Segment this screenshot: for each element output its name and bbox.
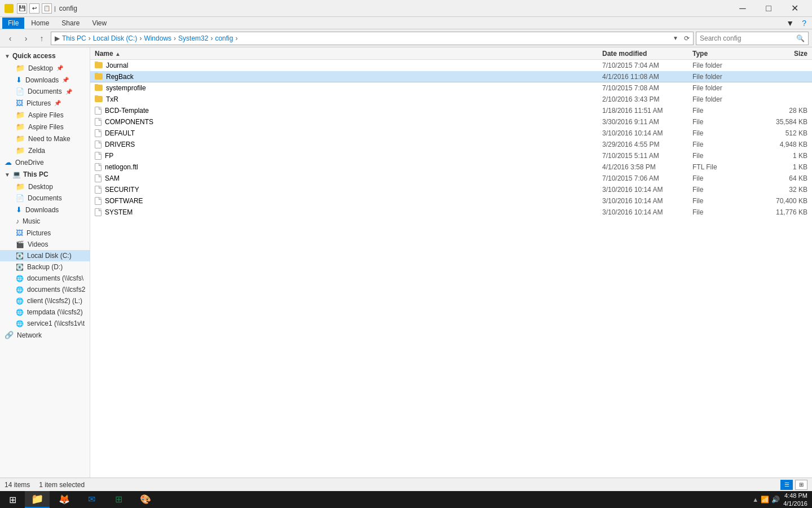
network-label: Network [17, 331, 42, 339]
file-icon [95, 163, 102, 171]
refresh-button[interactable]: ⟳ [684, 34, 690, 42]
maximize-button[interactable]: □ [756, 0, 782, 17]
sidebar-item-label: documents (\\lcsfs\ [27, 274, 83, 282]
help-btn[interactable]: ? [798, 19, 810, 28]
paint-icon: 🎨 [140, 494, 151, 505]
sidebar-item-downloads-quick[interactable]: ⬇ Downloads 📌 [0, 74, 90, 86]
properties-quick-btn[interactable]: 📋 [42, 3, 52, 14]
sidebar-item-pictures-pc[interactable]: 🖼 Pictures [0, 227, 90, 239]
col-header-type[interactable]: Type [688, 50, 756, 58]
main-layout: ▼ Quick access 📁 Desktop 📌 ⬇ Downloads 📌… [0, 47, 812, 478]
table-row[interactable]: FP 7/10/2015 5:11 AM File 1 KB [90, 150, 812, 161]
drive-icon: 💽 [16, 264, 24, 271]
back-button[interactable]: ‹ [3, 32, 17, 45]
crumb-windows[interactable]: Windows [144, 34, 171, 42]
address-bar: ‹ › ↑ ▶ This PC › Local Disk (C:) › Wind… [0, 29, 812, 47]
table-row[interactable]: BCD-Template 1/18/2016 11:51 AM File 28 … [90, 105, 812, 116]
sidebar-item-downloads-pc[interactable]: ⬇ Downloads [0, 204, 90, 216]
address-dropdown-arrow[interactable]: ▶ [55, 34, 60, 42]
sidebar-item-label: client (\\lcsfs2) (L:) [27, 297, 82, 305]
table-row[interactable]: SYSTEM 3/10/2016 10:14 AM File 11,776 KB [90, 207, 812, 218]
sidebar-item-tempdata-share[interactable]: 🌐 tempdata (\\lcsfs2) [0, 306, 90, 318]
sidebar-item-music[interactable]: ♪ Music [0, 216, 90, 227]
sidebar-item-label: Pictures [27, 99, 51, 107]
sidebar-item-videos[interactable]: 🎬 Videos [0, 239, 90, 250]
table-row[interactable]: systemprofile 7/10/2015 7:08 AM File fol… [90, 82, 812, 94]
taskbar-app-outlook[interactable]: ✉ [79, 491, 104, 508]
tab-share[interactable]: Share [56, 17, 85, 29]
sidebar-item-aspire1[interactable]: 📁 Aspire Files [0, 109, 90, 121]
sidebar-item-local-disk[interactable]: 💽 Local Disk (C:) [0, 250, 90, 261]
sidebar-item-documents-share1[interactable]: 🌐 documents (\\lcsfs\ [0, 273, 90, 284]
tab-file[interactable]: File [2, 17, 24, 29]
save-quick-btn[interactable]: 💾 [17, 3, 27, 14]
table-row[interactable]: netlogon.ftl 4/1/2016 3:58 PM FTL File 1… [90, 161, 812, 173]
sidebar-item-desktop-quick[interactable]: 📁 Desktop 📌 [0, 62, 90, 74]
col-header-name[interactable]: Name ▲ [90, 50, 598, 58]
sidebar-item-documents-quick[interactable]: 📄 Documents 📌 [0, 86, 90, 97]
sidebar-item-pictures-quick[interactable]: 🖼 Pictures 📌 [0, 97, 90, 109]
desktop-folder-icon: 📁 [16, 64, 25, 72]
details-view-btn[interactable]: ☰ [780, 480, 793, 490]
sidebar-item-aspire2[interactable]: 📁 Aspire Files [0, 121, 90, 133]
start-button[interactable]: ⊞ [2, 491, 23, 508]
sidebar-item-service1-share[interactable]: 🌐 service1 (\\lcsfs1v\t [0, 318, 90, 329]
table-row[interactable]: SAM 7/10/2015 7:06 AM File 64 KB [90, 173, 812, 184]
undo-quick-btn[interactable]: ↩ [29, 3, 39, 14]
crumb-config[interactable]: config [215, 34, 233, 42]
table-row[interactable]: SOFTWARE 3/10/2016 10:14 AM File 70,400 … [90, 195, 812, 207]
window-controls: ─ □ ✕ [730, 0, 807, 17]
table-row[interactable]: COMPONENTS 3/30/2016 9:11 AM File 35,584… [90, 116, 812, 128]
taskbar-app-excel[interactable]: ⊞ [106, 491, 131, 508]
tab-view[interactable]: View [86, 17, 112, 29]
up-button[interactable]: ↑ [35, 32, 48, 45]
crumb-system32[interactable]: System32 [178, 34, 208, 42]
col-header-date[interactable]: Date modified [598, 50, 688, 58]
crumb-this-pc[interactable]: This PC [62, 34, 86, 42]
pin-icon: 📌 [54, 100, 61, 106]
file-icon [95, 107, 102, 115]
sidebar-item-client-share[interactable]: 🌐 client (\\lcsfs2) (L:) [0, 295, 90, 306]
clock[interactable]: 4:48 PM 4/1/2016 [783, 492, 807, 508]
table-row[interactable]: RegBack 4/1/2016 11:08 AM File folder [90, 71, 812, 82]
network-drive-icon: 🌐 [16, 275, 24, 282]
sidebar-item-needtomake[interactable]: 📁 Need to Make [0, 133, 90, 144]
sidebar-item-documents-pc[interactable]: 📄 Documents [0, 192, 90, 204]
sidebar-item-zelda[interactable]: 📁 Zelda [0, 144, 90, 156]
large-icon-view-btn[interactable]: ⊞ [795, 480, 807, 490]
search-input[interactable] [700, 34, 796, 42]
crumb-local-disk[interactable]: Local Disk (C:) [93, 34, 138, 42]
tray-arrow[interactable]: ▲ [752, 496, 758, 503]
sidebar-network[interactable]: 🔗 Network [0, 329, 90, 341]
sidebar-onedrive[interactable]: ☁ OneDrive [0, 156, 90, 168]
search-box[interactable]: 🔍 [696, 32, 809, 45]
sidebar-item-documents-share2[interactable]: 🌐 documents (\\lcsfs2 [0, 284, 90, 295]
sidebar-item-desktop-pc[interactable]: 📁 Desktop [0, 181, 90, 192]
this-pc-header[interactable]: ▼ 💻 This PC [0, 168, 90, 181]
address-path[interactable]: ▶ This PC › Local Disk (C:) › Windows › … [51, 32, 694, 45]
view-toggle: ☰ ⊞ [780, 480, 807, 490]
table-row[interactable]: DRIVERS 3/29/2016 4:55 PM File 4,948 KB [90, 139, 812, 150]
taskbar-app-explorer[interactable]: 📁 [25, 491, 50, 508]
sidebar-item-backup[interactable]: 💽 Backup (D:) [0, 261, 90, 273]
forward-button[interactable]: › [19, 32, 33, 45]
taskbar-app-firefox[interactable]: 🦊 [52, 491, 77, 508]
address-down-arrow[interactable]: ▼ [672, 35, 679, 41]
pin-icon: 📌 [65, 89, 72, 95]
table-row[interactable]: SECURITY 3/10/2016 10:14 AM File 32 KB [90, 184, 812, 195]
onedrive-icon: ☁ [5, 158, 12, 167]
quick-access-header[interactable]: ▼ Quick access [0, 50, 90, 62]
sidebar-item-label: Backup (D:) [27, 263, 63, 271]
ribbon-expand-btn[interactable]: ▼ [783, 19, 797, 28]
file-icon [95, 141, 102, 148]
drive-icon: 💽 [16, 252, 24, 260]
close-button[interactable]: ✕ [782, 0, 807, 17]
table-row[interactable]: DEFAULT 3/10/2016 10:14 AM File 512 KB [90, 128, 812, 139]
tab-home[interactable]: Home [25, 17, 55, 29]
col-header-size[interactable]: Size [756, 50, 812, 58]
search-icon[interactable]: 🔍 [796, 34, 805, 42]
table-row[interactable]: Journal 7/10/2015 7:04 AM File folder [90, 60, 812, 71]
taskbar-app-paint[interactable]: 🎨 [133, 491, 158, 508]
table-row[interactable]: TxR 2/10/2016 3:43 PM File folder [90, 94, 812, 105]
minimize-button[interactable]: ─ [730, 0, 756, 17]
